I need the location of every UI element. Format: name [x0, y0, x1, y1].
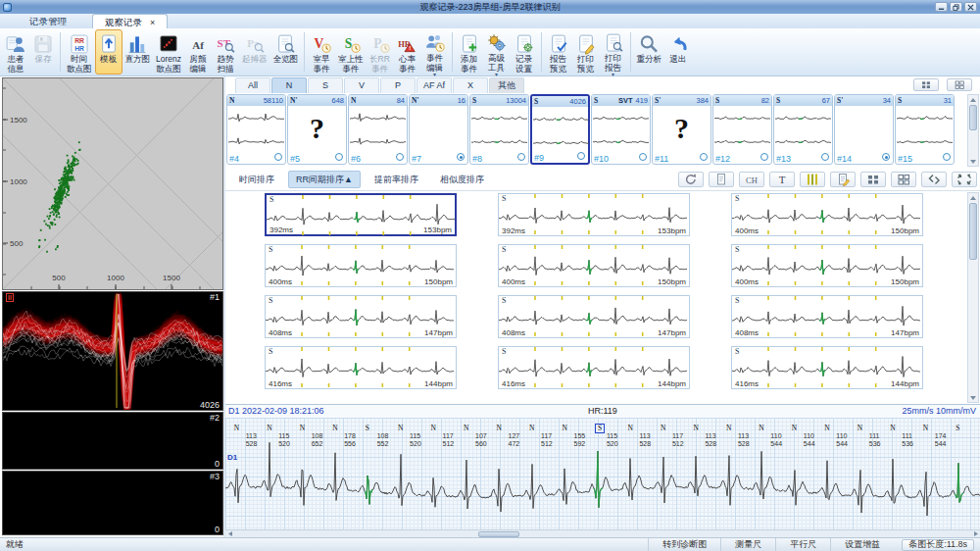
- scrollbar-thumb[interactable]: [969, 203, 977, 260]
- toolbar-button-add-event[interactable]: 添加 事件: [456, 29, 483, 75]
- page-button[interactable]: [709, 172, 734, 187]
- template-card-13[interactable]: S67#13: [773, 94, 833, 165]
- scroll-up-arrow-icon[interactable]: [968, 193, 978, 202]
- toolbar-button-s-event[interactable]: S室上性 事件: [335, 29, 367, 75]
- status-parallel-ruler[interactable]: 平行尺: [775, 538, 830, 551]
- template-radio[interactable]: [639, 153, 647, 161]
- beat-overlay-panel-3[interactable]: #3 0: [2, 471, 223, 535]
- scroll-up-arrow-icon[interactable]: [968, 95, 978, 104]
- toolbar-button-print-report[interactable]: 打印 报告▾: [600, 29, 627, 75]
- ecg-strip-10[interactable]: S416ms144bpm: [498, 346, 690, 389]
- toolbar-button-template[interactable]: 模板: [95, 29, 122, 75]
- rhythm-strip-panel[interactable]: D1 2022-02-09 18:21:06 HR:119 25mm/s 10m…: [225, 404, 980, 529]
- template-radio[interactable]: [335, 153, 343, 161]
- expand-button[interactable]: [952, 172, 977, 187]
- category-tab-all[interactable]: All: [235, 77, 270, 93]
- sort-tab-sort-prematurity[interactable]: 提前率排序: [367, 171, 426, 188]
- category-tab-n[interactable]: N: [271, 77, 307, 93]
- toolbar-button-event-edit[interactable]: 事件 编辑▾: [421, 29, 449, 75]
- sort-tab-sort-time[interactable]: 时间排序: [231, 171, 282, 188]
- toolbar-button-advanced-tools[interactable]: 高级 工具▾: [483, 29, 511, 75]
- scroll-down-arrow-icon[interactable]: [968, 157, 978, 166]
- template-radio[interactable]: [274, 153, 282, 161]
- layout-grid-small-button[interactable]: [913, 78, 939, 91]
- scroll-left-arrow-icon[interactable]: [225, 530, 234, 537]
- strip-grid-scrollbar[interactable]: [967, 192, 979, 403]
- template-radio[interactable]: [700, 153, 708, 161]
- toolbar-button-patient-info[interactable]: 患者 信息: [2, 29, 29, 75]
- toolbar-button-overview[interactable]: 全览图: [270, 29, 302, 75]
- toolbar-button-report-preview[interactable]: 报告 预览: [545, 29, 572, 75]
- toolbar-button-record-settings[interactable]: 记录 设置: [511, 29, 538, 75]
- template-card-4[interactable]: N58110#4: [226, 94, 286, 165]
- template-radio[interactable]: [821, 153, 829, 161]
- toolbar-button-time-scatter[interactable]: RRHR时间 散点图: [64, 29, 95, 75]
- sort-tab-sort-rr-interval[interactable]: RR间期排序▲: [288, 171, 361, 188]
- ecg-strip-9[interactable]: S416ms144bpm: [265, 346, 457, 389]
- template-card-9[interactable]: S4026#9: [530, 94, 590, 165]
- ecg-strip-7[interactable]: S408ms147bpm: [498, 295, 690, 338]
- category-tab-s[interactable]: S: [308, 77, 343, 93]
- note-button[interactable]: [830, 172, 856, 187]
- category-tab-x[interactable]: X: [453, 77, 488, 93]
- channel-button[interactable]: CH: [739, 172, 764, 187]
- scrollbar-thumb[interactable]: [969, 105, 977, 130]
- category-tab-af-af[interactable]: AF Af: [416, 77, 452, 93]
- toolbar-button-histogram[interactable]: 直方图: [122, 29, 154, 75]
- toolbar-button-long-rr-event[interactable]: P长RR 事件: [367, 29, 394, 75]
- beat-overlay-panel-1[interactable]: II #1 4026: [2, 291, 223, 411]
- template-radio[interactable]: [577, 152, 585, 160]
- toolbar-button-print-preview[interactable]: 打印 预览: [572, 29, 600, 75]
- template-radio[interactable]: [396, 153, 404, 161]
- toolbar-button-save[interactable]: 保存: [29, 29, 57, 75]
- status-goto-diagnosis[interactable]: 转到诊断图: [648, 538, 720, 551]
- category-tab-v[interactable]: V: [344, 77, 379, 93]
- ecg-strip-1[interactable]: S392ms153bpm: [498, 193, 690, 236]
- ecg-strip-2[interactable]: S400ms150bpm: [731, 193, 923, 236]
- template-card-12[interactable]: S82#12: [712, 94, 772, 165]
- restore-button[interactable]: [950, 2, 962, 12]
- toolbar-button-exit[interactable]: 退出: [664, 29, 692, 75]
- toolbar-button-trend-scan[interactable]: ST趋势 扫描: [212, 29, 239, 75]
- close-tab-icon[interactable]: ×: [150, 18, 155, 27]
- ecg-strip-0[interactable]: S392ms153bpm: [265, 193, 457, 236]
- nav-tab-record-management[interactable]: 记录管理: [18, 14, 78, 28]
- toolbar-button-reanalyze[interactable]: 重分析: [634, 29, 665, 75]
- template-card-10[interactable]: SSVT419#10: [591, 94, 651, 165]
- template-card-7[interactable]: N'16#7: [409, 94, 468, 165]
- ecg-strip-3[interactable]: S400ms150bpm: [265, 244, 457, 287]
- ecg-strip-8[interactable]: S408ms147bpm: [731, 295, 923, 338]
- beat-overlay-panel-2[interactable]: #2 0: [2, 412, 223, 470]
- grid-large-button[interactable]: [891, 172, 916, 187]
- layout-grid-large-button[interactable]: [947, 78, 972, 91]
- close-button[interactable]: [964, 2, 977, 12]
- ecg-strip-4[interactable]: S400ms150bpm: [498, 244, 690, 287]
- toolbar-button-hr-event[interactable]: HR!心率 事件: [394, 29, 421, 75]
- status-strip-length[interactable]: 条图长度:11.8s: [902, 539, 974, 551]
- rhythm-ecg-area[interactable]: D1 N113528N115520N108652N178556S108552N1…: [225, 418, 980, 530]
- toolbar-button-v-event[interactable]: V室早 事件: [308, 29, 335, 75]
- status-set-gain[interactable]: 设置增益: [830, 538, 894, 551]
- scroll-down-arrow-icon[interactable]: [968, 393, 978, 402]
- collapse-button[interactable]: [921, 172, 947, 187]
- template-row-scrollbar[interactable]: [967, 94, 979, 167]
- calipers-button[interactable]: [800, 172, 825, 187]
- template-radio[interactable]: [760, 153, 768, 161]
- sort-tab-sort-similarity[interactable]: 相似度排序: [432, 171, 492, 188]
- ecg-strip-11[interactable]: S416ms144bpm: [731, 346, 923, 389]
- minimize-button[interactable]: [935, 2, 948, 12]
- template-radio[interactable]: [517, 153, 525, 161]
- template-card-11[interactable]: S'384?#11: [652, 94, 711, 165]
- ecg-strip-6[interactable]: S408ms147bpm: [265, 295, 457, 338]
- toolbar-button-lorenz-scatter[interactable]: Lorenz 散点图: [153, 29, 184, 75]
- scroll-right-arrow-icon[interactable]: [971, 530, 980, 537]
- category-tab-other[interactable]: 其他: [489, 77, 524, 93]
- category-tab-p[interactable]: P: [380, 77, 416, 93]
- rhythm-horizontal-scrollbar[interactable]: [225, 529, 980, 537]
- refresh-button[interactable]: [678, 172, 704, 187]
- template-radio[interactable]: [882, 153, 890, 161]
- template-card-8[interactable]: S13004#8: [469, 94, 529, 165]
- toolbar-button-pacemaker[interactable]: Pa起搏器: [239, 29, 270, 75]
- toolbar-button-af-edit[interactable]: Af房颤 编辑: [184, 29, 212, 75]
- grid-small-button[interactable]: [860, 172, 886, 187]
